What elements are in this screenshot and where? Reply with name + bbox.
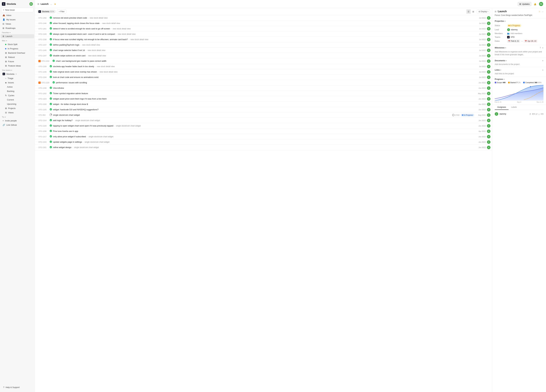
profile-button[interactable]: RS bbox=[539, 2, 543, 6]
tab-assignees[interactable]: Assignees bbox=[495, 105, 508, 110]
documents-title-row: Documents ▾ + bbox=[495, 59, 543, 62]
grid-view-button[interactable]: ⊞ bbox=[471, 9, 475, 14]
plus-icon: + bbox=[3, 9, 4, 11]
detail-more-button[interactable]: ··· bbox=[542, 10, 543, 13]
favorites-label[interactable]: Favorites ▾ bbox=[0, 30, 35, 34]
table-row[interactable]: ···STO-1098Fine tune Averta use in appAp… bbox=[35, 129, 492, 134]
scope-badge[interactable]: S Stocketa 81% bbox=[37, 10, 56, 13]
issue-assignee-avatar: S bbox=[487, 76, 490, 79]
sidebar-item-roadmaps[interactable]: ⊞ Roadmaps bbox=[1, 26, 34, 30]
list-view-button[interactable]: ☰ bbox=[466, 9, 471, 14]
table-row[interactable]: ···STO-1351detect if view is scrolled en… bbox=[35, 26, 492, 32]
sidebar-item-cycles[interactable]: ↻ Cycles bbox=[1, 93, 34, 98]
sidebar-item-launch[interactable]: ⊞ Launch bbox=[1, 34, 34, 38]
table-row[interactable]: ···STO-1356remove old stock preview shee… bbox=[35, 15, 492, 21]
sidebar-item-github[interactable]: 🔗 Link Github bbox=[1, 123, 34, 127]
members-row: Members 👥 Add members bbox=[495, 32, 543, 35]
sidebar-item-future[interactable]: ⊞ Future bbox=[1, 59, 34, 64]
sidebar-item-stock-split[interactable]: Stock Split bbox=[1, 42, 34, 46]
table-row[interactable]: ···STO-1326widget - for dollar change do… bbox=[35, 102, 492, 107]
header-more-button[interactable]: ... bbox=[50, 3, 53, 6]
sidebar-item-projects[interactable]: ⊞ Projects bbox=[1, 106, 34, 110]
sidebar-item-in-progress[interactable]: In Progress bbox=[1, 47, 34, 51]
properties-header[interactable]: Properties ▾ bbox=[495, 20, 543, 22]
tab-labels[interactable]: Labels bbox=[508, 105, 519, 110]
table-row[interactable]: ···STO-1301refine widget design › single… bbox=[35, 145, 492, 150]
sidebar-item-active[interactable]: Active bbox=[1, 85, 34, 89]
milestones-header[interactable]: Milestones ▾ bbox=[495, 47, 506, 49]
sidebar-item-views-team[interactable]: ⊟ Views bbox=[1, 111, 34, 115]
links-add-button[interactable]: + bbox=[542, 69, 543, 71]
table-row[interactable]: ···STO-1262Ticker symbol migration admin… bbox=[35, 91, 492, 96]
issue-title: define paddingTopAnim logic › new stock … bbox=[53, 44, 475, 46]
drag-handle: ··· bbox=[37, 146, 38, 148]
sidebar-item-backlog[interactable]: Backlog bbox=[1, 89, 34, 93]
sidebar-item-triage[interactable]: ○ Triage bbox=[1, 76, 34, 80]
new-issue-button[interactable]: + New issue bbox=[1, 8, 33, 12]
table-row[interactable]: ···STO-1325widget: hardcode DJI and NASD… bbox=[35, 107, 492, 112]
table-row[interactable]: ···STO-1330UiscrollviewJun 2022S bbox=[35, 85, 492, 91]
teams-value[interactable]: S STO bbox=[507, 36, 514, 39]
misc-chevron: ▾ bbox=[6, 40, 7, 42]
sidebar-item-feature-ideas[interactable]: ⊞ Feature Ideas bbox=[1, 64, 34, 68]
sidebar-item-upcoming[interactable]: Upcoming bbox=[1, 102, 34, 106]
detail-star-button[interactable]: ☆ bbox=[539, 10, 540, 13]
sidebar-item-views[interactable]: ⊟ Views bbox=[1, 22, 34, 26]
status-value[interactable]: In Progress bbox=[507, 24, 521, 27]
progress-header[interactable]: Progress ▾ bbox=[495, 78, 543, 80]
links-chevron: ▾ bbox=[500, 69, 501, 71]
progress-section: Progress ▾ Scope 449 Started 7 2% bbox=[492, 77, 546, 105]
svg-point-24 bbox=[50, 146, 52, 148]
table-row[interactable]: ···STO-1338if focus view was scrolled sl… bbox=[35, 37, 492, 42]
table-row[interactable]: ···STO-1315update widgets page in settin… bbox=[35, 139, 492, 145]
table-row[interactable]: ···STO-1345chart range selector fades if… bbox=[35, 48, 492, 53]
table-row[interactable]: ···STO-1349always open to expanded stock… bbox=[35, 32, 492, 37]
table-row[interactable]: ···STO-1317only allow price widget if su… bbox=[35, 134, 492, 139]
sidebar-item-current[interactable]: Current bbox=[1, 98, 34, 102]
links-header[interactable]: Links ▾ bbox=[495, 69, 501, 71]
table-row[interactable]: ···STO-1334look at chart code and ensure… bbox=[35, 75, 492, 80]
sidebar-item-issues[interactable]: ◈ Issues bbox=[1, 81, 34, 85]
members-value[interactable]: 👥 Add members bbox=[507, 32, 522, 35]
misc-label[interactable]: Misc ▾ bbox=[0, 39, 35, 42]
bell-button[interactable]: 🔔 bbox=[533, 2, 537, 6]
display-button[interactable]: ⊟ Display ▾ bbox=[477, 10, 490, 13]
updates-button[interactable]: ⊞ Updates bbox=[518, 2, 531, 6]
table-row[interactable]: ···STO-1320tapping to open widget chart … bbox=[35, 123, 492, 129]
dates-value[interactable]: 📅 Feb 8, 21 → 📅 Apr 29, 22 bbox=[507, 40, 537, 43]
table-row[interactable]: ···!STO-1333chart: use background geo re… bbox=[35, 59, 492, 64]
table-row[interactable]: ···STO-1314add logic for holiday? › sing… bbox=[35, 118, 492, 123]
teams-row: Teams S STO bbox=[495, 35, 543, 39]
documents-section: Documents ▾ + Add documents to the proje… bbox=[492, 58, 546, 67]
try-label[interactable]: Try ▾ bbox=[0, 115, 35, 118]
cycles-icon: ↻ bbox=[5, 94, 7, 97]
main-header: ⊞ Launch ... ★ ⊞ Updates 🔔 RS bbox=[35, 0, 546, 8]
sidebar-item-inbox[interactable]: 📥 Inbox bbox=[1, 13, 34, 17]
display-icon: ⊟ bbox=[479, 11, 480, 13]
table-row[interactable]: ···STO-1336hide original stock card once… bbox=[35, 69, 492, 75]
filter-button[interactable]: + Filter bbox=[57, 10, 66, 13]
teams-label[interactable]: Your teams ▾ bbox=[0, 68, 35, 72]
sidebar-item-invite[interactable]: + Invite people bbox=[1, 119, 34, 123]
issue-date: Jul 2022 bbox=[475, 28, 486, 30]
sidebar-item-backend-overhaul[interactable]: ⊞ Backend Overhaul bbox=[1, 51, 34, 55]
sidebar-team-stocketa[interactable]: S Stocketa ▾ bbox=[1, 72, 34, 76]
documents-header[interactable]: Documents ▾ bbox=[495, 59, 507, 62]
milestones-add-button[interactable]: + bbox=[542, 46, 543, 49]
issue-id: STO-1338 bbox=[39, 39, 50, 40]
header-star-button[interactable]: ★ bbox=[54, 3, 56, 5]
sidebar-item-help[interactable]: ? Help & Support bbox=[1, 385, 33, 389]
milestones-help-icon[interactable]: ? bbox=[540, 46, 541, 49]
sidebar-item-my-issues[interactable]: 👤 My issues bbox=[1, 18, 34, 22]
table-row[interactable]: ···STO-1346when focused, tapping stock c… bbox=[35, 21, 492, 26]
documents-add-button[interactable]: + bbox=[542, 59, 543, 62]
lead-value[interactable]: S stammy bbox=[507, 28, 518, 31]
table-row[interactable]: ···STO-1323widget asset price wont fetch… bbox=[35, 96, 492, 102]
table-row[interactable]: ···STO-1339stocketa app header fades bac… bbox=[35, 64, 492, 69]
table-row[interactable]: ···STO-1337define paddingTopAnim logic ›… bbox=[35, 42, 492, 48]
table-row[interactable]: ···STO-950single stock/coin chart widget… bbox=[35, 112, 492, 118]
table-row[interactable]: ···!STO-1329performance: issues with scr… bbox=[35, 80, 492, 85]
table-row[interactable]: ···STO-1347disable swipe actions on stoc… bbox=[35, 53, 492, 59]
sidebar-item-reboot[interactable]: ⊞ Reboot bbox=[1, 55, 34, 59]
issue-assignee-avatar: S bbox=[487, 16, 490, 20]
